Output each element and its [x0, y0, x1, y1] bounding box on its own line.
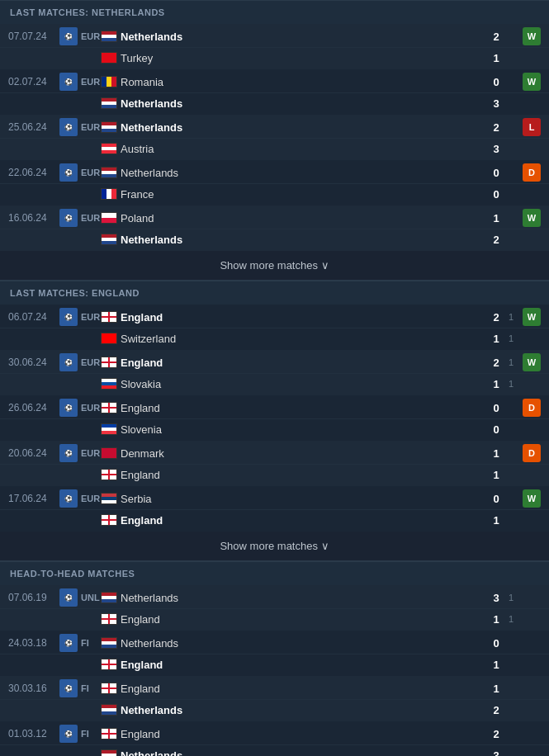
competition-label: EUR — [81, 448, 100, 458]
match-row-bottom: Slovakia 1 1 — [0, 374, 549, 395]
score-team2: 1 — [488, 514, 504, 527]
match-row-bottom: Austria 3 — [0, 139, 549, 160]
match-pair: 01.03.12 ⚽ FI England 2 Netherlands 3 — [0, 721, 549, 756]
match-row-top: 07.06.19 ⚽ UNL Netherlands 3 1 — [0, 585, 549, 609]
score-team2: 1 — [488, 469, 504, 481]
result-badge: D — [523, 163, 541, 182]
match-competition: ⚽ UNL — [59, 588, 101, 607]
score-extra-2: 1 — [504, 379, 518, 389]
competition-icon: ⚽ — [59, 588, 78, 607]
match-row-top: 17.06.24 ⚽ EUR Serbia 0 W — [0, 486, 549, 510]
team-name: Poland — [121, 212, 488, 224]
match-competition: ⚽ EUR — [59, 209, 101, 227]
score-team1: 0 — [488, 167, 504, 179]
score-team1: 0 — [488, 493, 504, 505]
h2h-section-header: HEAD-TO-HEAD MATCHES — [0, 561, 549, 585]
match-row-bottom: England 1 — [0, 654, 549, 676]
match-competition: ⚽ EUR — [59, 444, 101, 462]
match-row-bottom: England 1 — [0, 510, 549, 532]
match-row-bottom: Netherlands 2 — [0, 700, 549, 721]
match-row-bottom: Netherlands 3 — [0, 93, 549, 115]
chevron-down-icon: ∨ — [321, 259, 329, 272]
competition-label: FI — [81, 729, 89, 739]
result-badge: W — [523, 73, 541, 91]
team-name: England — [121, 659, 488, 671]
match-row-bottom: Slovenia 0 — [0, 419, 549, 441]
competition-icon: ⚽ — [59, 444, 78, 462]
match-pair: 07.06.19 ⚽ UNL Netherlands 3 1 England 1… — [0, 585, 549, 631]
team-name: Netherlands — [121, 121, 488, 134]
team-name: France — [121, 188, 488, 201]
match-date: 22.06.24 — [8, 167, 59, 178]
score-team2: 3 — [488, 143, 504, 155]
match-date: 07.07.24 — [8, 31, 59, 42]
team-name: England — [121, 469, 488, 481]
competition-icon: ⚽ — [59, 118, 78, 136]
match-pair: 25.06.24 ⚽ EUR Netherlands 2 L Austria 3 — [0, 115, 549, 160]
match-date: 24.03.18 — [8, 637, 59, 649]
match-competition: ⚽ EUR — [59, 399, 101, 417]
score-extra-2: 1 — [504, 333, 518, 343]
score-team2: 1 — [488, 659, 504, 671]
score-team2: 2 — [488, 234, 504, 246]
match-row-bottom: England 1 — [0, 465, 549, 486]
match-row-top: 06.07.24 ⚽ EUR England 2 1 W — [0, 305, 549, 328]
score-team1: 1 — [488, 447, 504, 460]
match-row-top: 01.03.12 ⚽ FI England 2 — [0, 721, 549, 745]
competition-label: EUR — [81, 122, 100, 132]
team-name: Switzerland — [121, 333, 488, 345]
match-pair: 07.07.24 ⚽ EUR Netherlands 2 W Turkey 1 — [0, 24, 549, 69]
score-team2: 0 — [488, 423, 504, 436]
match-date: 01.03.12 — [8, 728, 59, 739]
match-date: 02.07.24 — [8, 76, 59, 87]
match-pair: 02.07.24 ⚽ EUR Romania 0 W Netherlands 3 — [0, 69, 549, 115]
match-pair: 26.06.24 ⚽ EUR England 0 D Slovenia 0 — [0, 395, 549, 441]
match-pair: 17.06.24 ⚽ EUR Serbia 0 W England 1 — [0, 486, 549, 532]
competition-label: EUR — [81, 312, 100, 322]
match-row-top: 24.03.18 ⚽ FI Netherlands 0 — [0, 631, 549, 654]
competition-icon: ⚽ — [59, 27, 78, 45]
match-row-top: 20.06.24 ⚽ EUR Denmark 1 D — [0, 441, 549, 465]
show-more-button[interactable]: Show more matches ∨ — [0, 532, 549, 561]
match-row-top: 26.06.24 ⚽ EUR England 0 D — [0, 395, 549, 419]
score-team2: 3 — [488, 97, 504, 110]
score-team1: 2 — [488, 311, 504, 324]
competition-icon: ⚽ — [59, 353, 78, 371]
score-extra-2: 1 — [504, 614, 518, 624]
competition-icon: ⚽ — [59, 73, 78, 91]
match-competition: ⚽ EUR — [59, 118, 101, 136]
match-date: 26.06.24 — [8, 402, 59, 413]
score-team2: 1 — [488, 613, 504, 626]
match-competition: ⚽ EUR — [59, 73, 101, 91]
score-team2: 3 — [488, 749, 504, 757]
match-competition: ⚽ EUR — [59, 489, 101, 508]
score-team2: 0 — [488, 188, 504, 201]
score-team1: 3 — [488, 592, 504, 604]
score-team1: 0 — [488, 402, 504, 414]
score-extra-1: 1 — [504, 593, 518, 602]
result-badge: L — [523, 118, 541, 136]
team-name: Austria — [121, 143, 488, 155]
competition-icon: ⚽ — [59, 163, 78, 182]
team-name: Netherlands — [121, 704, 488, 716]
match-row-top: 22.06.24 ⚽ EUR Netherlands 0 D — [0, 160, 549, 184]
competition-icon: ⚽ — [59, 725, 78, 743]
competition-label: EUR — [81, 213, 100, 223]
section-header: LAST MATCHES: NETHERLANDS — [0, 0, 549, 24]
section-header: LAST MATCHES: ENGLAND — [0, 281, 549, 305]
result-badge: D — [523, 444, 541, 462]
score-team1: 0 — [488, 76, 504, 88]
match-competition: ⚽ FI — [59, 679, 101, 697]
team-name: Netherlands — [121, 97, 488, 110]
match-pair: 22.06.24 ⚽ EUR Netherlands 0 D France 0 — [0, 160, 549, 206]
competition-label: UNL — [81, 593, 100, 602]
team-name: England — [121, 514, 488, 527]
match-row-top: 30.06.24 ⚽ EUR England 2 1 W — [0, 350, 549, 374]
show-more-button[interactable]: Show more matches ∨ — [0, 251, 549, 281]
match-pair: 30.03.16 ⚽ FI England 1 Netherlands 2 — [0, 676, 549, 721]
team-name: Serbia — [121, 493, 488, 505]
match-row-top: 07.07.24 ⚽ EUR Netherlands 2 W — [0, 24, 549, 48]
match-competition: ⚽ EUR — [59, 353, 101, 371]
match-date: 30.06.24 — [8, 357, 59, 368]
competition-label: EUR — [81, 494, 100, 503]
